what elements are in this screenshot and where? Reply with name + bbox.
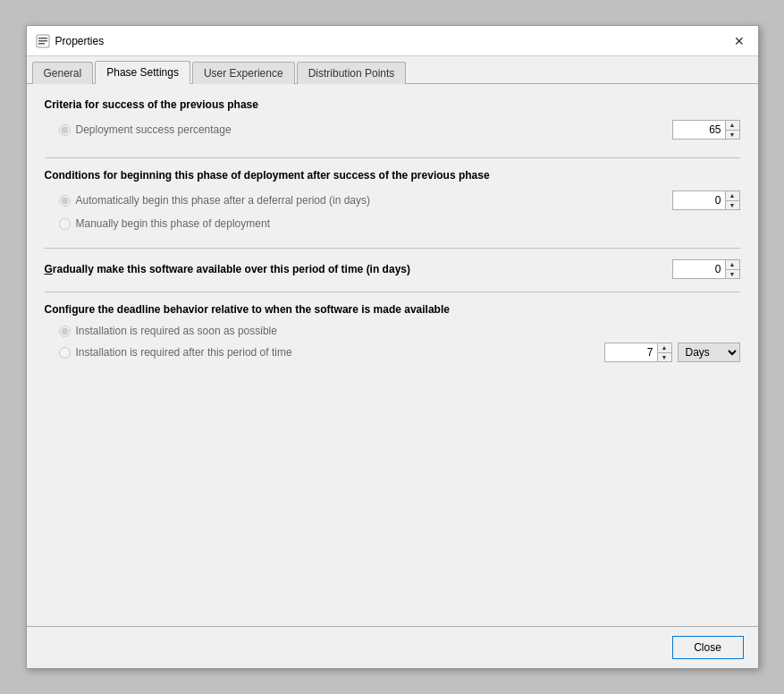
deadline-period-spinbuttons: ▲ ▼ [658,343,672,362]
properties-icon [36,34,50,48]
success-percentage-up[interactable]: ▲ [726,121,739,131]
option-deployment-success-label: Deployment success percentage [76,123,232,136]
spin-gradual-days[interactable]: 0 ▲ ▼ [672,259,740,279]
option-auto-begin[interactable]: Automatically begin this phase after a d… [59,194,371,207]
success-percentage-down[interactable]: ▼ [726,131,739,140]
option-manual-begin[interactable]: Manually begin this phase of deployment [45,217,740,230]
option-after-period[interactable]: Installation is required after this peri… [59,346,292,359]
success-percentage-input[interactable]: 65 [672,120,726,140]
close-button[interactable]: Close [672,636,744,659]
section-criteria: Criteria for success of the previous pha… [45,98,740,140]
gradual-days-down[interactable]: ▼ [726,270,739,279]
spin-deferral-days[interactable]: 0 ▲ ▼ [672,190,740,210]
deadline-period-input[interactable]: 7 [604,343,658,362]
section-conditions: Conditions for beginning this phase of d… [45,169,740,230]
tab-general[interactable]: General [32,62,94,84]
deadline-period-down[interactable]: ▼ [658,353,671,362]
tab-user-experience[interactable]: User Experience [192,62,295,84]
title-bar-left: Properties [36,34,105,48]
option-asap-label: Installation is required as soon as poss… [76,325,277,337]
deadline-period-up[interactable]: ▲ [658,343,671,353]
svg-rect-1 [38,38,47,39]
gradual-days-input[interactable]: 0 [672,259,726,279]
tab-bar: General Phase Settings User Experience D… [27,56,758,84]
deadline-period-controls: 7 ▲ ▼ Days Weeks Months [604,343,740,362]
dialog-footer: Close [27,626,758,668]
radio-auto-begin[interactable] [59,195,71,207]
properties-dialog: Properties ✕ General Phase Settings User… [26,25,759,669]
option-deployment-success[interactable]: Deployment success percentage [59,123,232,136]
radio-deployment-success[interactable] [59,124,71,136]
section-criteria-title: Criteria for success of the previous pha… [45,98,740,111]
spin-deadline-period[interactable]: 7 ▲ ▼ [604,343,672,362]
radio-manual-begin[interactable] [59,218,71,230]
option-asap[interactable]: Installation is required as soon as poss… [45,325,740,337]
dialog-title: Properties [55,35,105,47]
deferral-days-spinbuttons: ▲ ▼ [726,190,740,210]
tab-phase-settings[interactable]: Phase Settings [95,61,190,84]
svg-rect-3 [38,43,45,45]
deadline-period-unit-dropdown[interactable]: Days Weeks Months [678,343,740,362]
window-close-button[interactable]: ✕ [729,31,749,51]
radio-asap[interactable] [59,326,71,337]
section-deadline: Configure the deadline behavior relative… [45,303,740,362]
radio-after-period[interactable] [59,347,71,359]
gradual-days-up[interactable]: ▲ [726,260,739,270]
title-bar: Properties ✕ [27,26,758,56]
option-manual-begin-label: Manually begin this phase of deployment [76,217,270,230]
tab-distribution-points[interactable]: Distribution Points [297,62,407,84]
section-deadline-title: Configure the deadline behavior relative… [45,303,740,316]
section-conditions-title: Conditions for beginning this phase of d… [45,169,740,182]
tab-content: Criteria for success of the previous pha… [27,84,758,626]
section-gradual: Gradually make this software available o… [45,259,740,279]
success-percentage-spinbuttons: ▲ ▼ [726,120,740,140]
gradual-availability-label: Gradually make this software available o… [45,263,410,275]
option-after-period-label: Installation is required after this peri… [76,346,292,359]
gradual-days-spinbuttons: ▲ ▼ [726,259,740,279]
option-auto-begin-label: Automatically begin this phase after a d… [76,194,371,207]
deferral-days-down[interactable]: ▼ [726,201,739,210]
svg-rect-2 [38,40,47,42]
gradual-underline: G [45,263,53,275]
deferral-days-input[interactable]: 0 [672,190,726,210]
divider-2 [45,248,740,249]
divider-3 [45,292,740,292]
deferral-days-up[interactable]: ▲ [726,191,739,201]
spin-success-percentage[interactable]: 65 ▲ ▼ [672,120,740,140]
divider-1 [45,157,740,158]
